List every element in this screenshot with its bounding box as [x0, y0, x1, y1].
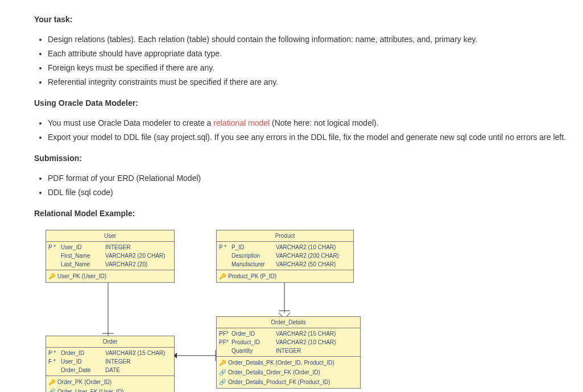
list-item: PDF format of your ERD (Relational Model…	[48, 172, 572, 184]
submission-heading: Submission:	[34, 152, 572, 164]
list-item: Export your model to DDL file (say proje…	[48, 131, 572, 143]
fk-icon: 🔗	[219, 378, 226, 386]
attr-name: Last_Name	[61, 260, 105, 269]
key-row: 🔑Order_PK (Order_ID)	[48, 377, 172, 387]
entity-title: Order	[46, 336, 174, 348]
attr-row: PF*Product_IDVARCHAR2 (10 CHAR)	[219, 338, 358, 346]
entity-user: User P *User_IDINTEGER First_NameVARCHAR…	[46, 230, 175, 283]
key-row: 🔗Order_Details_Product_FK (Product_ID)	[219, 377, 358, 387]
attr-name: Quantity	[231, 346, 276, 355]
key-icon: 🔑	[48, 378, 55, 386]
attr-name: First_Name	[61, 251, 105, 260]
key-icon: 🔑	[219, 358, 226, 367]
key-icon: 🔑	[219, 272, 226, 280]
attr-flags	[48, 251, 61, 260]
key-row: 🔗Order_User_FK (User_ID)	[48, 387, 172, 392]
highlight-text: relational model	[213, 118, 270, 127]
attr-flags: P *	[48, 243, 61, 251]
attr-name: Order_ID	[231, 329, 276, 338]
attr-flags: F *	[48, 357, 61, 366]
key-icon: 🔑	[48, 272, 55, 280]
key-text: Order_Details_Order_FK (Order_ID)	[228, 368, 320, 377]
modeler-list: You must use Oracle Data modeler to crea…	[34, 117, 572, 143]
attr-flags: PF*	[219, 329, 231, 338]
attr-type: INTEGER	[105, 357, 172, 366]
attr-name: P_ID	[231, 243, 276, 251]
attr-row: P *User_IDINTEGER	[48, 243, 172, 251]
attr-type: VARCHAR2 (10 CHAR)	[276, 338, 358, 346]
attr-name: Product_ID	[231, 338, 276, 346]
key-text: Order_Details_PK (Order_ID, Product_ID)	[228, 358, 334, 367]
list-item: Foreign keys must be specified if there …	[48, 62, 572, 74]
key-text: User_PK (User_ID)	[57, 272, 106, 280]
attr-flags: P *	[48, 349, 61, 357]
list-item: DDL file (sql code)	[48, 187, 572, 199]
key-text: Product_PK (P_ID)	[228, 272, 276, 280]
attr-flags: P *	[219, 243, 231, 251]
attr-name: Description	[231, 251, 276, 260]
text: (Note here: not logical model).	[270, 118, 378, 127]
attr-type: VARCHAR2 (15 CHAR)	[105, 349, 172, 357]
attr-flags: PF*	[219, 338, 231, 346]
attr-flags	[48, 260, 61, 269]
key-text: Order_PK (Order_ID)	[57, 378, 111, 386]
attr-row: PF*Order_IDVARCHAR2 (15 CHAR)	[219, 329, 358, 338]
key-text: Order_User_FK (User_ID)	[57, 387, 124, 392]
attr-row: Order_DateDATE	[48, 366, 172, 374]
er-diagram: User P *User_IDINTEGER First_NameVARCHAR…	[34, 228, 466, 392]
fk-icon: 🔗	[48, 387, 55, 392]
attr-row: QuantityINTEGER	[219, 346, 358, 355]
attr-type: VARCHAR2 (15 CHAR)	[276, 329, 358, 338]
submission-list: PDF format of your ERD (Relational Model…	[34, 172, 572, 199]
attr-row: F *User_IDINTEGER	[48, 357, 172, 366]
attr-type: INTEGER	[276, 346, 358, 355]
text: You must use Oracle Data modeler to crea…	[48, 118, 213, 127]
attr-row: First_NameVARCHAR2 (20 CHAR)	[48, 251, 172, 260]
attr-flags	[219, 260, 231, 269]
attr-type: VARCHAR2 (20)	[105, 260, 172, 269]
example-heading: Relational Model Example:	[34, 208, 572, 220]
entity-title: Order_Details	[217, 317, 360, 328]
attr-name: User_ID	[61, 243, 105, 251]
key-row: 🔗Order_Details_Order_FK (Order_ID)	[219, 368, 358, 377]
attr-name: Order_ID	[61, 349, 105, 357]
attr-type: DATE	[105, 366, 172, 374]
modeler-heading: Using Oracle Data Modeler:	[34, 97, 572, 109]
attr-flags	[219, 346, 231, 355]
list-item: Each attribute should have appropriate d…	[48, 48, 572, 60]
key-row: 🔑Order_Details_PK (Order_ID, Product_ID)	[219, 358, 358, 368]
attr-row: ManufacturerVARCHAR2 (50 CHAR)	[219, 260, 351, 269]
attr-type: VARCHAR2 (200 CHAR)	[276, 251, 351, 260]
attr-name: Manufacturer	[231, 260, 276, 269]
key-row: 🔑User_PK (User_ID)	[48, 271, 172, 281]
entity-order-details: Order_Details PF*Order_IDVARCHAR2 (15 CH…	[216, 316, 361, 389]
entity-product: Product P *P_IDVARCHAR2 (10 CHAR) Descri…	[216, 230, 354, 283]
key-row: 🔑Product_PK (P_ID)	[219, 271, 351, 281]
entity-title: Product	[217, 230, 353, 242]
attr-type: VARCHAR2 (50 CHAR)	[276, 260, 351, 269]
attr-type: VARCHAR2 (10 CHAR)	[276, 243, 351, 251]
entity-order: Order P *Order_IDVARCHAR2 (15 CHAR) F *U…	[46, 336, 175, 392]
fk-icon: 🔗	[219, 368, 226, 377]
attr-name: Order_Date	[61, 366, 105, 374]
attr-flags	[219, 251, 231, 260]
attr-row: Last_NameVARCHAR2 (20)	[48, 260, 172, 269]
attr-type: INTEGER	[105, 243, 172, 251]
attr-row: P *Order_IDVARCHAR2 (15 CHAR)	[48, 349, 172, 357]
key-text: Order_Details_Product_FK (Product_ID)	[228, 378, 330, 386]
task-heading: Your task:	[34, 14, 572, 26]
attr-flags	[48, 366, 61, 374]
attr-name: User_ID	[61, 357, 105, 366]
list-item: You must use Oracle Data modeler to crea…	[48, 117, 572, 129]
attr-type: VARCHAR2 (20 CHAR)	[105, 251, 172, 260]
task-list: Design relations (tables). Each relation…	[34, 34, 572, 88]
list-item: Referential integrity constraints must b…	[48, 76, 572, 88]
attr-row: P *P_IDVARCHAR2 (10 CHAR)	[219, 243, 351, 251]
entity-title: User	[46, 230, 174, 242]
list-item: Design relations (tables). Each relation…	[48, 34, 572, 46]
attr-row: DescriptionVARCHAR2 (200 CHAR)	[219, 251, 351, 260]
